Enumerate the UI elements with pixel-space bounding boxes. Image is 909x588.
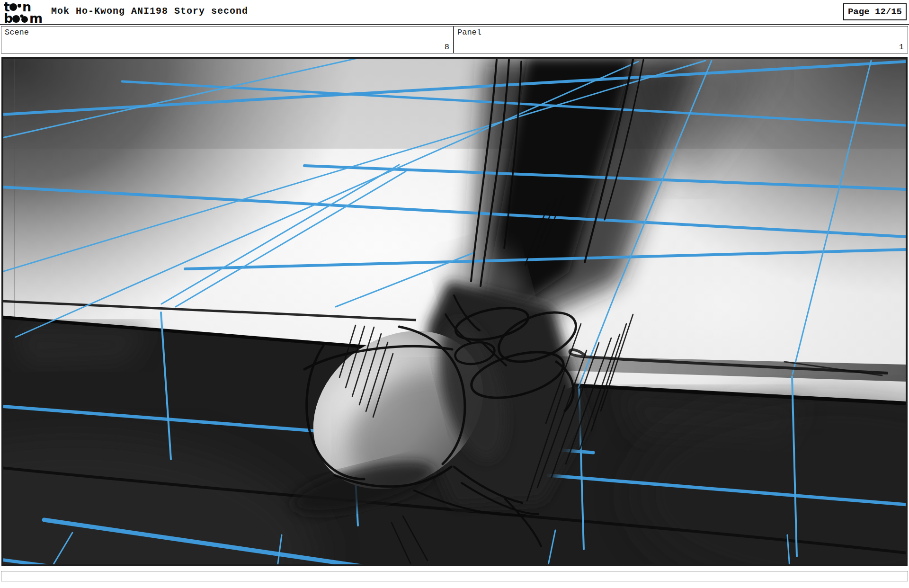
scene-field: Scene 8 xyxy=(1,26,454,53)
logo-dot-icon xyxy=(18,4,21,8)
scene-panel-row: Scene 8 Panel 1 xyxy=(0,26,909,54)
logo-letter-b: b xyxy=(4,11,13,24)
logo-dot-icon xyxy=(12,15,20,23)
caption-box xyxy=(1,571,908,581)
panel-value: 1 xyxy=(899,43,904,52)
logo-dot-icon xyxy=(9,3,17,11)
logo-letter-m: m xyxy=(29,11,43,24)
page-number-box: Page 12/15 xyxy=(843,3,907,20)
logo-dot-icon xyxy=(21,16,28,23)
document-title: Mok Ho-Kwong ANI198 Story second xyxy=(51,0,248,24)
scene-value: 8 xyxy=(445,43,449,52)
storyboard-panel-image xyxy=(1,57,908,566)
toonboom-logo: t n b m xyxy=(4,1,45,24)
panel-field: Panel 1 xyxy=(454,26,908,53)
header-bar: t n b m Mok Ho-Kwong ANI198 Story second… xyxy=(0,0,909,25)
storyboard-page: t n b m Mok Ho-Kwong ANI198 Story second… xyxy=(0,0,909,588)
panel-label: Panel xyxy=(457,28,481,37)
scene-label: Scene xyxy=(5,28,29,37)
